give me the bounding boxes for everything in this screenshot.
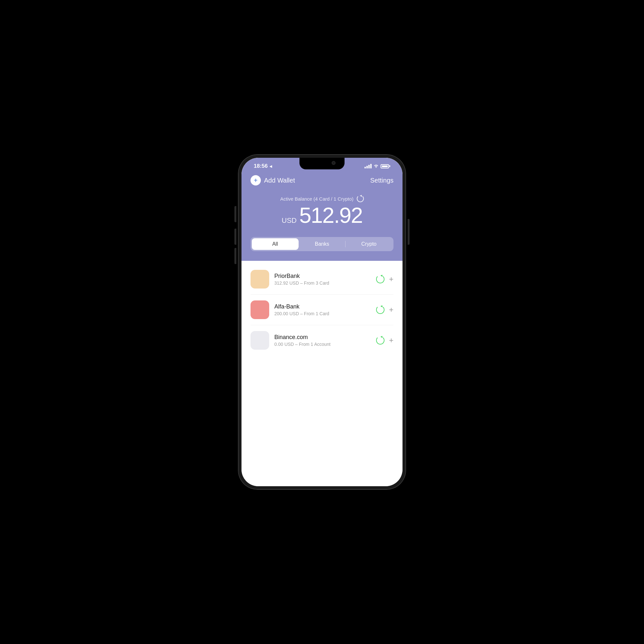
wifi-icon (374, 164, 379, 169)
settings-button[interactable]: Settings (370, 177, 393, 184)
location-icon: ◀ (270, 165, 272, 168)
balance-subtitle-text: Active Balance (4 Card / 1 Crypto) (280, 196, 354, 202)
tab-banks[interactable]: Banks (299, 238, 346, 250)
wallet-actions-alfabank: + (376, 306, 393, 314)
status-time: 18:56 ◀ (254, 163, 272, 169)
wallet-actions-priorbank: + (376, 275, 393, 283)
wallet-logo-priorbank (251, 270, 269, 289)
wallet-name-binance: Binance.com (274, 334, 371, 341)
time-label: 18:56 (254, 163, 268, 169)
front-camera (332, 161, 336, 165)
wallet-refresh-priorbank[interactable] (376, 275, 384, 283)
tab-crypto[interactable]: Crypto (346, 238, 392, 250)
tab-all[interactable]: All (252, 238, 298, 250)
wallet-refresh-alfabank[interactable] (376, 306, 384, 314)
wallet-item-alfabank[interactable]: Alfa-Bank 200.00 USD – From 1 Card + (251, 295, 393, 325)
wallet-item-priorbank[interactable]: PriorBank 312.92 USD – From 3 Card + (251, 264, 393, 295)
wallet-add-priorbank[interactable]: + (389, 275, 393, 283)
header-row: + Add Wallet Settings (251, 173, 393, 192)
plus-icon: + (254, 177, 258, 184)
phone-screen: 18:56 ◀ (241, 158, 403, 486)
wallet-detail-priorbank: 312.92 USD – From 3 Card (274, 280, 371, 286)
wallet-list: PriorBank 312.92 USD – From 3 Card + Alf… (241, 261, 403, 486)
wallet-item-binance[interactable]: Binance.com 0.00 USD – From 1 Account + (251, 325, 393, 355)
balance-section: Active Balance (4 Card / 1 Crypto) USD 5… (251, 192, 393, 232)
balance-refresh-button[interactable] (357, 195, 364, 202)
app-screen: 18:56 ◀ (241, 158, 403, 486)
wallet-info-alfabank: Alfa-Bank 200.00 USD – From 1 Card (274, 303, 371, 316)
wallet-name-alfabank: Alfa-Bank (274, 303, 371, 310)
balance-currency: USD (282, 216, 297, 225)
notch (299, 158, 345, 169)
add-icon: + (251, 175, 261, 185)
wallet-info-priorbank: PriorBank 312.92 USD – From 3 Card (274, 273, 371, 286)
signal-icon (365, 164, 372, 168)
balance-subtitle: Active Balance (4 Card / 1 Crypto) (251, 195, 393, 202)
top-section: 18:56 ◀ (241, 158, 403, 261)
battery-icon (381, 164, 390, 168)
wallet-add-alfabank[interactable]: + (389, 306, 393, 314)
balance-value: 512.92 (299, 204, 362, 226)
wallet-logo-binance (251, 331, 269, 350)
wallet-refresh-binance[interactable] (376, 336, 384, 345)
add-wallet-label: Add Wallet (264, 177, 295, 184)
add-wallet-button[interactable]: + Add Wallet (251, 175, 295, 185)
phone-frame: 18:56 ◀ (238, 155, 406, 489)
status-bar: 18:56 ◀ (251, 158, 393, 173)
filter-tabs: All Banks Crypto (251, 237, 393, 251)
wallet-detail-binance: 0.00 USD – From 1 Account (274, 342, 371, 347)
status-icons (365, 164, 390, 169)
wallet-info-binance: Binance.com 0.00 USD – From 1 Account (274, 334, 371, 347)
wallet-actions-binance: + (376, 336, 393, 345)
wallet-name-priorbank: PriorBank (274, 273, 371, 279)
wallet-add-binance[interactable]: + (389, 336, 393, 344)
wallet-detail-alfabank: 200.00 USD – From 1 Card (274, 311, 371, 316)
balance-amount: USD 512.92 (251, 204, 393, 226)
wallet-logo-alfabank (251, 300, 269, 319)
